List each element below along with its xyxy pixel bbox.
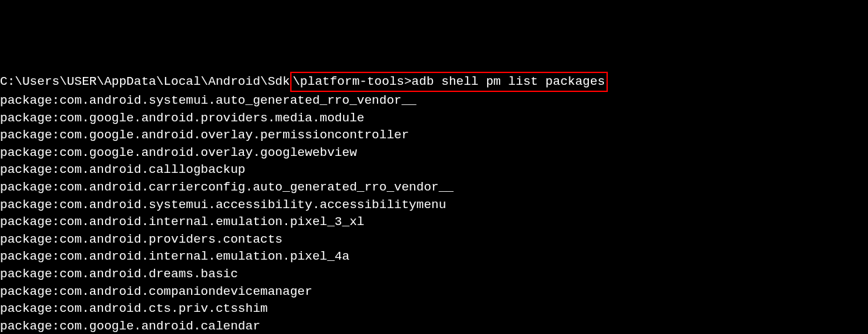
package-line: package:com.android.dreams.basic [0, 266, 868, 283]
package-output-list: package:com.android.systemui.auto_genera… [0, 92, 868, 334]
package-line: package:com.google.android.calendar [0, 318, 868, 334]
package-line: package:com.google.android.overlay.permi… [0, 127, 868, 144]
package-line: package:com.android.internal.emulation.p… [0, 213, 868, 231]
package-line: package:com.android.carrierconfig.auto_g… [0, 179, 868, 196]
package-line: package:com.android.systemui.accessibili… [0, 196, 868, 214]
package-line: package:com.android.calllogbackup [0, 161, 868, 179]
command-highlight: \platform-tools>adb shell pm list packag… [290, 72, 608, 92]
package-line: package:com.android.cts.priv.ctsshim [0, 300, 868, 318]
package-line: package:com.android.providers.contacts [0, 231, 868, 249]
package-line: package:com.google.android.overlay.googl… [0, 144, 868, 162]
highlighted-command-text: \platform-tools>adb shell pm list packag… [293, 74, 605, 89]
package-line: package:com.google.android.providers.med… [0, 110, 868, 127]
prompt-path-prefix: C:\Users\USER\AppData\Local\Android\Sdk [0, 73, 290, 91]
package-line: package:com.android.internal.emulation.p… [0, 248, 868, 266]
package-line: package:com.android.companiondevicemanag… [0, 283, 868, 301]
package-line: package:com.android.systemui.auto_genera… [0, 92, 868, 110]
command-prompt-line: C:\Users\USER\AppData\Local\Android\Sdk\… [0, 72, 608, 92]
